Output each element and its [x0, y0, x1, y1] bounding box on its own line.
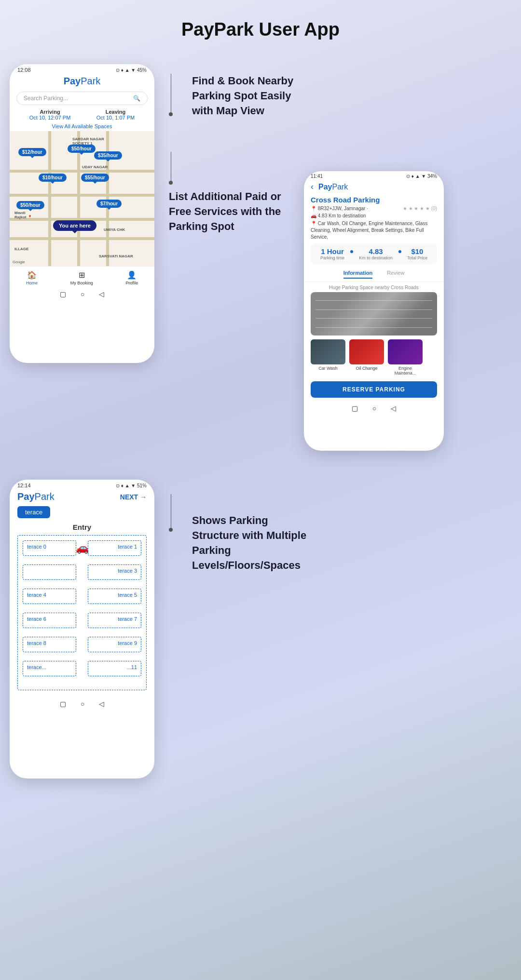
space-terace4[interactable]: terace 4 [23, 589, 76, 604]
next-button[interactable]: NEXT → [120, 493, 147, 501]
nav-home-label: Home [26, 281, 38, 285]
service-oilchange[interactable]: Oil Change [349, 339, 384, 376]
profile-icon: 👤 [127, 270, 137, 280]
phone3-logo: PayPark [17, 491, 55, 502]
parking-grid: terace 0 🚗 terace 1 terace 3 terace 4 te… [17, 535, 147, 690]
annotation3-text: Shows Parking Structure with Multiple Pa… [192, 513, 308, 573]
nav-profile[interactable]: 👤 Profile [126, 270, 138, 285]
space-terace1[interactable]: terace 1 [88, 540, 141, 556]
space-terace11[interactable]: ...11 [88, 661, 141, 676]
stat-price: $10 Total Price [407, 247, 427, 260]
tab-review[interactable]: Review [387, 270, 404, 279]
annotation3: Shows Parking Structure with Multiple Pa… [182, 494, 317, 582]
stat-time-label: Parking time [320, 255, 344, 260]
phone3-status-icons: ⊙ ♦ ▲ ▼ 51% [116, 483, 147, 488]
you-are-here-label: You are here [53, 220, 96, 231]
price-pin-2[interactable]: $50/hour [68, 145, 96, 153]
space-terace0[interactable]: terace 0 [23, 540, 76, 556]
parking-row-0: terace 0 🚗 terace 1 [23, 540, 141, 556]
android-circle[interactable]: ○ [81, 290, 84, 298]
space-terace5[interactable]: terace 5 [88, 589, 141, 604]
km-row: 🚗 4.83 Km to destination [304, 213, 444, 220]
phone2-tabs: Information Review [304, 268, 444, 282]
service-engine[interactable]: Engine Maintena... [388, 339, 423, 376]
phone1-header: PayPark [10, 74, 154, 90]
space-terace8[interactable]: terace 8 [23, 637, 76, 652]
phone2-android-back[interactable]: ◁ [391, 404, 396, 412]
phone2-android-circle[interactable]: ○ [372, 404, 376, 412]
phone1-map[interactable]: SARDAR NAGARSOCIETY 1 UDAY NAGAR MavdiRa… [10, 131, 154, 266]
parking-info-row: 📍 8R32+JJW, Jamnagar · ★ ★ ★ ★ ★ (0) [304, 205, 444, 213]
phone1-status-icons: ⊙ ♦ ▲ ▼ 45% [116, 67, 147, 73]
phone1-search-placeholder: Search Parking... [24, 95, 68, 102]
space-terace6[interactable]: terace 6 [23, 613, 76, 628]
price-pin-1[interactable]: $12/hour [18, 148, 46, 156]
annotation1: Find & Book Nearby Parking Spot Easily w… [182, 64, 317, 128]
phone3-android-back[interactable]: ◁ [99, 700, 104, 708]
stats-row: 1 Hour Parking time 4.83 Km to destinati… [311, 243, 437, 264]
google-logo: Google [13, 260, 25, 264]
oilchange-label: Oil Change [349, 366, 384, 371]
phone1-status-bar: 12:08 ⊙ ♦ ▲ ▼ 45% [10, 64, 154, 74]
phone3-android-nav: ▢ ○ ◁ [10, 697, 154, 711]
price-pin-3[interactable]: $35/hour [94, 151, 122, 160]
price-pin-7[interactable]: $7/hour [96, 200, 122, 208]
reserve-button[interactable]: RESERVE PARKING [311, 381, 437, 398]
arriving-label: Arriving [29, 109, 71, 115]
parking-row-3: terace 6 terace 7 [23, 613, 141, 628]
photo-caption: Huge Parking Space nearby Cross Roads [304, 282, 444, 292]
annotation1-text: Find & Book Nearby Parking Spot Easily w… [192, 74, 308, 118]
stat-km: 4.83 Km to destination [359, 247, 393, 260]
phone2-mockup: 11:41 ⊙ ♦ ▲ ▼ 34% ‹ PayPark Cross Road P… [304, 171, 444, 451]
carwash-label: Car Wash [311, 366, 345, 371]
android-back[interactable]: ◁ [99, 290, 104, 298]
page-title: PayPark User App [10, 19, 511, 40]
service-carwash[interactable]: Car Wash [311, 339, 345, 376]
stat-price-val: $10 [407, 247, 427, 255]
search-icon[interactable]: 🔍 [133, 95, 140, 102]
terace-badge[interactable]: terace [17, 506, 50, 518]
car-icon: 🚗 [76, 542, 89, 554]
booking-icon: ⊞ [79, 270, 85, 280]
phone3-android-square[interactable]: ▢ [60, 700, 66, 708]
back-icon[interactable]: ‹ [311, 182, 314, 192]
parking-address: 📍 8R32+JJW, Jamnagar · [311, 206, 368, 211]
phone2-time: 11:41 [311, 174, 323, 179]
price-pin-5[interactable]: $55/hour [81, 174, 109, 182]
services-row: 📍 Car Wash, Oil Change, Engine Maintenan… [304, 220, 444, 243]
price-pin-6[interactable]: $50/hour [16, 201, 44, 209]
parking-stars: ★ ★ ★ ★ ★ (0) [403, 206, 437, 211]
parking-name: Cross Road Parking [304, 195, 444, 205]
nav-home[interactable]: 🏠 Home [26, 270, 38, 285]
phone3-android-circle[interactable]: ○ [81, 700, 84, 708]
phone3-header: PayPark NEXT → [10, 489, 154, 506]
stat-price-label: Total Price [407, 255, 427, 260]
nav-booking[interactable]: ⊞ My Booking [70, 270, 93, 285]
phone2-android-nav: ▢ ○ ◁ [304, 402, 444, 415]
price-pin-4[interactable]: $10/hour [39, 174, 67, 182]
stat-km-val: 4.83 [359, 247, 393, 255]
tab-information[interactable]: Information [343, 270, 373, 279]
phone2-status-icons: ⊙ ♦ ▲ ▼ 34% [406, 174, 437, 179]
engine-label: Engine Maintena... [388, 366, 423, 376]
space-terace3[interactable]: terace 3 [88, 564, 141, 580]
space-terace7[interactable]: terace 7 [88, 613, 141, 628]
nav-profile-label: Profile [126, 281, 138, 285]
phone3-mockup: 12:14 ⊙ ♦ ▲ ▼ 51% PayPark NEXT → terace … [10, 480, 154, 779]
parking-row-2: terace 4 terace 5 [23, 589, 141, 604]
map-label-umiya: UMIYA CHK [104, 228, 125, 232]
parking-row-4: terace 8 terace 9 [23, 637, 141, 652]
phone2-logo: PayPark [318, 183, 348, 191]
space-terace10[interactable]: terace... [23, 661, 76, 676]
phone2-android-square[interactable]: ▢ [352, 404, 358, 412]
phone1-search-bar[interactable]: Search Parking... 🔍 [16, 92, 148, 105]
terace-tag: terace [17, 506, 147, 518]
phone1-date-row: Arriving Oct 10, 12:07 PM Leaving Oct 10… [10, 109, 154, 122]
view-all-link[interactable]: View All Available Spaces [10, 122, 154, 131]
arriving-col: Arriving Oct 10, 12:07 PM [29, 109, 71, 121]
map-label-sarsvati: SARSVATI NAGAR [99, 254, 133, 258]
phone1-mockup: 12:08 ⊙ ♦ ▲ ▼ 45% PayPark Search Parking… [10, 64, 154, 363]
android-square[interactable]: ▢ [60, 290, 66, 298]
space-terace9[interactable]: terace 9 [88, 637, 141, 652]
phone1-time: 12:08 [17, 67, 31, 73]
